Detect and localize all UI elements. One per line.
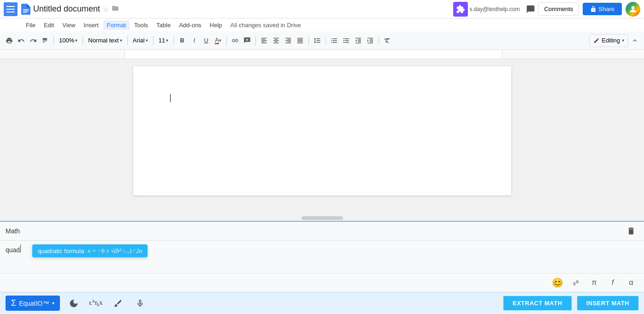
menu-edit[interactable]: Edit xyxy=(40,20,58,30)
equatio-brand-label: EquatIO™ xyxy=(19,300,49,307)
math-input-area[interactable]: quad quadratic formula x = −b ± √(b²−...… xyxy=(0,241,644,273)
zoom-caret: ▾ xyxy=(75,38,77,43)
menu-help[interactable]: Help xyxy=(206,20,226,30)
share-button[interactable]: Share xyxy=(583,3,622,15)
hamburger-button[interactable] xyxy=(4,2,18,16)
latex-button[interactable]: LATEX xyxy=(88,295,104,312)
delete-math-button[interactable] xyxy=(624,224,638,238)
align-right-icon xyxy=(284,37,292,44)
line-spacing-button[interactable] xyxy=(312,34,323,47)
emoji-button[interactable]: 😊 xyxy=(550,275,565,290)
font-value: Arial xyxy=(133,37,145,44)
size-value: 11 xyxy=(159,37,165,44)
autocomplete-popup[interactable]: quadratic formula x = −b ± √(b²−...) / 2… xyxy=(32,244,148,257)
trash-icon xyxy=(626,226,636,236)
equatio-logo-button[interactable]: Σ EquatIO™ ▾ xyxy=(6,296,60,311)
italic-button[interactable]: I xyxy=(189,34,200,47)
comment-toolbar-icon xyxy=(243,37,251,44)
superscript-button[interactable]: xa xyxy=(568,275,583,290)
menu-file[interactable]: File xyxy=(22,20,39,30)
comment-button[interactable] xyxy=(523,2,538,17)
print-button[interactable] xyxy=(4,34,15,47)
style-select[interactable]: Normal text ▾ xyxy=(86,34,124,47)
font-select[interactable]: Arial ▾ xyxy=(130,34,150,47)
align-left-button[interactable] xyxy=(259,34,270,47)
justify-button[interactable] xyxy=(295,34,306,47)
handwrite-icon xyxy=(69,298,79,308)
clear-format-button[interactable] xyxy=(382,34,393,47)
extract-math-button[interactable]: EXTRACT MATH xyxy=(503,296,572,310)
increase-indent-button[interactable] xyxy=(365,34,376,47)
paint-format-button[interactable] xyxy=(40,34,51,47)
separator-4 xyxy=(153,36,154,45)
undo-button[interactable] xyxy=(16,34,27,47)
menu-tools[interactable]: Tools xyxy=(130,20,152,30)
numbered-list-icon xyxy=(331,37,338,44)
numbered-list-button[interactable] xyxy=(329,34,340,47)
popup-formula-label: quadratic formula xyxy=(38,248,84,255)
decrease-indent-button[interactable] xyxy=(353,34,364,47)
pen-tool-button[interactable] xyxy=(110,295,126,312)
align-center-button[interactable] xyxy=(271,34,282,47)
docs-icon xyxy=(21,4,30,15)
chat-icon xyxy=(526,5,535,14)
menu-addons[interactable]: Add-ons xyxy=(175,20,205,30)
microphone-button[interactable] xyxy=(132,295,148,312)
editing-label: Editing xyxy=(602,37,620,44)
menu-insert[interactable]: Insert xyxy=(80,20,102,30)
tw-extension-icon[interactable] xyxy=(453,2,468,17)
align-right-button[interactable] xyxy=(283,34,294,47)
handwrite-button[interactable] xyxy=(65,295,82,312)
text-color-label: A xyxy=(215,37,219,44)
function-button[interactable]: f xyxy=(605,275,620,290)
document-area[interactable] xyxy=(0,59,644,221)
separator-5 xyxy=(173,36,174,45)
popup-formula-display: x = −b ± √(b²−...) / 2a xyxy=(88,247,142,255)
top-bar: Untitled document ☆ s.day@texthelp.com C… xyxy=(0,0,644,18)
separator-6 xyxy=(226,36,227,45)
menu-format[interactable]: Format xyxy=(103,20,130,30)
hamburger-icon xyxy=(6,6,15,12)
link-button[interactable] xyxy=(230,34,241,47)
svg-rect-2 xyxy=(23,12,27,13)
menu-table[interactable]: Table xyxy=(153,20,174,30)
collapse-toolbar-button[interactable] xyxy=(629,34,640,47)
separator-10 xyxy=(378,36,379,45)
bold-button[interactable]: B xyxy=(177,34,188,47)
ruler xyxy=(0,50,644,59)
svg-rect-1 xyxy=(23,11,29,12)
document-page[interactable] xyxy=(133,66,511,196)
undo-icon xyxy=(18,37,25,44)
zoom-value: 100% xyxy=(59,37,74,44)
alpha-button[interactable]: α xyxy=(624,275,638,290)
separator-7 xyxy=(255,36,256,45)
horizontal-scrollbar[interactable] xyxy=(301,216,343,220)
folder-button[interactable] xyxy=(112,5,119,13)
comments-panel-button[interactable]: Comments xyxy=(538,2,579,16)
document-title[interactable]: Untitled document xyxy=(33,4,100,14)
underline-button[interactable]: U xyxy=(201,34,212,47)
bullet-list-button[interactable] xyxy=(341,34,352,47)
puzzle-icon xyxy=(456,5,465,14)
zoom-select[interactable]: 100% ▾ xyxy=(57,34,80,47)
pi-button[interactable]: π xyxy=(587,275,602,290)
account-button[interactable] xyxy=(626,2,640,17)
font-caret: ▾ xyxy=(146,38,148,43)
text-color-button[interactable]: A ▾ xyxy=(213,34,224,47)
lock-icon xyxy=(590,6,597,12)
pen-icon xyxy=(113,299,123,308)
star-button[interactable]: ☆ xyxy=(103,6,109,13)
menu-view[interactable]: View xyxy=(59,20,79,30)
comments-label: Comments xyxy=(544,6,573,12)
line-spacing-icon xyxy=(313,37,321,44)
ruler-inner xyxy=(124,50,502,59)
size-select[interactable]: 11 ▾ xyxy=(156,34,171,47)
insert-comment-button[interactable] xyxy=(242,34,253,47)
account-icon xyxy=(628,5,638,14)
pencil-icon xyxy=(593,37,600,44)
insert-math-button[interactable]: INSERT MATH xyxy=(577,296,638,310)
redo-button[interactable] xyxy=(28,34,39,47)
editing-mode-button[interactable]: Editing ▾ xyxy=(589,34,628,47)
paint-format-icon xyxy=(41,37,49,44)
superscript-label: xa xyxy=(573,278,579,287)
